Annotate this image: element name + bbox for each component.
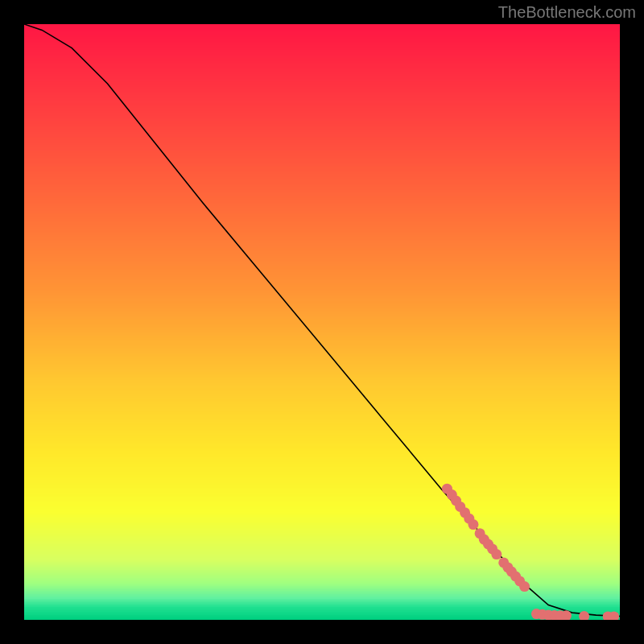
chart-markers: [442, 484, 619, 620]
chart-marker: [468, 519, 478, 530]
chart-marker: [579, 611, 589, 620]
chart-marker: [491, 549, 502, 559]
attribution-text: TheBottleneck.com: [498, 3, 636, 22]
chart-curve: [24, 24, 620, 617]
chart-marker: [519, 581, 530, 592]
chart-plot-area: [24, 24, 620, 620]
chart-svg-overlay: [24, 24, 620, 620]
